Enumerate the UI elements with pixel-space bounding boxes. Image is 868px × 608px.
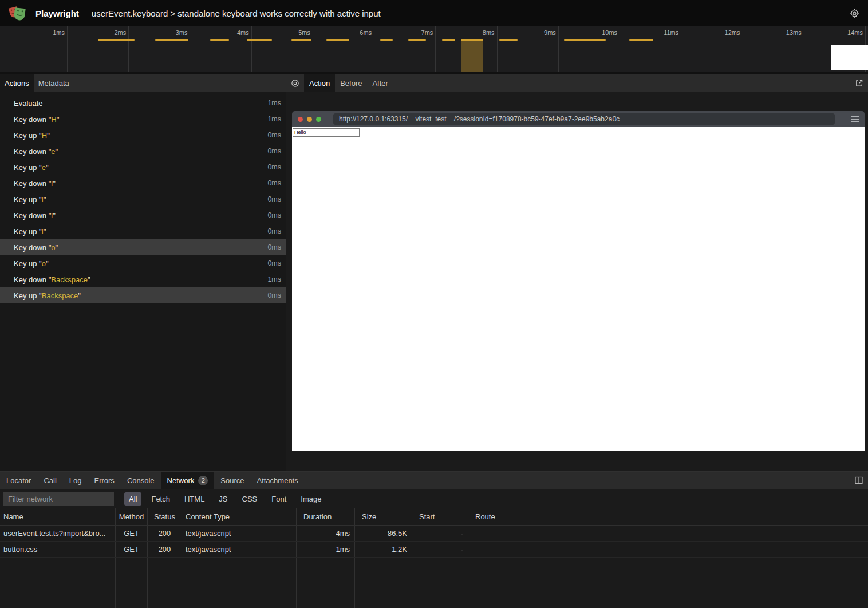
playwright-trace-viewer: Playwright userEvent.keyboard > standalo… [0, 0, 868, 608]
column-header-route[interactable]: Route [468, 508, 868, 525]
action-prefix: Key up [14, 259, 37, 268]
action-list-item[interactable]: Key up "o"0ms [0, 255, 286, 271]
quote-mark: " [56, 243, 58, 252]
action-title: Key up "o" [14, 259, 267, 268]
action-prefix: Key down [14, 243, 46, 252]
action-list-item[interactable]: Key down "o"0ms [0, 239, 286, 255]
tab-log[interactable]: Log [63, 472, 88, 489]
filler-cell [116, 558, 148, 608]
tab-actions[interactable]: Actions [0, 74, 34, 92]
timeline-selected-action-bar[interactable] [461, 39, 483, 72]
action-prefix: Key down [14, 115, 46, 124]
tab-source[interactable]: Source [214, 472, 250, 489]
tab-after[interactable]: After [367, 74, 393, 92]
pick-locator-icon[interactable] [286, 74, 304, 92]
filter-chip-all[interactable]: All [124, 492, 141, 506]
tab-before[interactable]: Before [335, 74, 367, 92]
timeline-action-mark[interactable] [210, 39, 229, 41]
column-header-size[interactable]: Size [355, 508, 412, 525]
action-prefix: Key up [14, 227, 37, 236]
cell-status: 200 [148, 542, 182, 557]
tab-label: Call [44, 476, 56, 485]
timeline-action-mark[interactable] [380, 39, 393, 41]
filter-chip-html[interactable]: HTML [180, 492, 209, 506]
timeline-action-mark[interactable] [98, 39, 135, 41]
split-view-icon[interactable] [850, 472, 868, 489]
open-external-icon[interactable] [850, 74, 868, 92]
action-duration: 0ms [267, 179, 281, 187]
tab-attachments[interactable]: Attachments [250, 472, 304, 489]
action-list-item[interactable]: Key down "e"0ms [0, 143, 286, 159]
details-panel-tabbar: LocatorCallLogErrorsConsoleNetwork2Sourc… [0, 472, 868, 489]
settings-gear-icon[interactable] [849, 8, 860, 19]
quote-mark: " [46, 163, 49, 172]
filter-chip-fetch[interactable]: Fetch [147, 492, 175, 506]
network-request-row[interactable]: userEvent.test.ts?import&bro...GET200tex… [0, 526, 868, 542]
action-list-item[interactable]: Key up "Backspace"0ms [0, 287, 286, 303]
action-prefix: Key up [14, 195, 37, 204]
tab-errors[interactable]: Errors [88, 472, 120, 489]
action-title: Evaluate [14, 99, 267, 108]
timeline-action-mark[interactable] [155, 39, 188, 41]
column-header-status[interactable]: Status [148, 508, 182, 525]
snapshot-panel: ActionBeforeAfter http://127.0.0.1:63315 [286, 74, 868, 471]
action-list-item[interactable]: Key up "l"0ms [0, 191, 286, 207]
timeline-tick-label: 11ms [635, 29, 678, 36]
column-header-duration[interactable]: Duration [297, 508, 355, 525]
action-title: Key up "l" [14, 195, 267, 204]
action-list-item[interactable]: Key down "Backspace"1ms [0, 271, 286, 287]
column-header-method[interactable]: Method [116, 508, 148, 525]
cell-route [468, 526, 868, 541]
quote-mark: " [78, 291, 81, 300]
tab-label: Console [127, 476, 155, 485]
traffic-light-zoom-icon [316, 117, 321, 122]
action-list-item[interactable]: Key down "l"0ms [0, 207, 286, 223]
timeline-gridline [681, 26, 681, 72]
action-list-item[interactable]: Key down "l"0ms [0, 175, 286, 191]
action-list-item[interactable]: Key up "e"0ms [0, 159, 286, 175]
timeline-action-mark[interactable] [247, 39, 272, 41]
action-prefix: Evaluate [14, 99, 43, 108]
action-duration: 0ms [267, 291, 281, 299]
filter-chip-js[interactable]: JS [214, 492, 232, 506]
action-list-item[interactable]: Key down "H"1ms [0, 111, 286, 127]
tab-call[interactable]: Call [37, 472, 62, 489]
column-header-start[interactable]: Start [412, 508, 468, 525]
action-prefix: Key down [14, 179, 46, 188]
network-filter-row: AllFetchHTMLJSCSSFontImage [0, 489, 868, 508]
action-title: Key up "H" [14, 131, 267, 140]
timeline-action-mark[interactable] [442, 39, 455, 41]
tab-console[interactable]: Console [121, 472, 161, 489]
tab-action[interactable]: Action [304, 74, 335, 92]
details-panel: LocatorCallLogErrorsConsoleNetwork2Sourc… [0, 471, 868, 608]
tabbar-spacer [393, 74, 850, 92]
cell-start: - [412, 526, 468, 541]
timeline-screenshot-thumbnail[interactable] [831, 45, 868, 70]
filter-chip-css[interactable]: CSS [238, 492, 262, 506]
timeline-action-mark[interactable] [291, 39, 311, 41]
action-title: Key up "l" [14, 227, 267, 236]
timeline-action-mark[interactable] [564, 39, 606, 41]
network-filter-input[interactable] [3, 492, 114, 506]
timeline-action-mark[interactable] [629, 39, 653, 41]
column-header-content-type[interactable]: Content Type [182, 508, 297, 525]
cell-start: - [412, 542, 468, 557]
tab-locator[interactable]: Locator [0, 472, 37, 489]
action-list-item[interactable]: Evaluate1ms [0, 95, 286, 111]
page-text-input[interactable]: Hello [293, 128, 360, 137]
column-header-name[interactable]: Name [0, 508, 116, 525]
tab-metadata[interactable]: Metadata [34, 74, 74, 92]
filter-chip-font[interactable]: Font [267, 492, 291, 506]
tab-network[interactable]: Network2 [161, 472, 215, 489]
timeline-gridline [620, 26, 620, 72]
timeline[interactable]: 1ms2ms3ms4ms5ms6ms7ms8ms9ms10ms11ms12ms1… [0, 26, 868, 74]
timeline-action-mark[interactable] [326, 39, 349, 41]
network-request-row[interactable]: button.cssGET200text/javascript1ms1.2K- [0, 542, 868, 558]
action-list-item[interactable]: Key up "H"0ms [0, 127, 286, 143]
timeline-tick-label: 13ms [758, 29, 802, 36]
timeline-action-mark[interactable] [408, 39, 426, 41]
timeline-tick-label: 12ms [697, 29, 740, 36]
filter-chip-image[interactable]: Image [296, 492, 326, 506]
action-list-item[interactable]: Key up "l"0ms [0, 223, 286, 239]
timeline-action-mark[interactable] [499, 39, 518, 41]
